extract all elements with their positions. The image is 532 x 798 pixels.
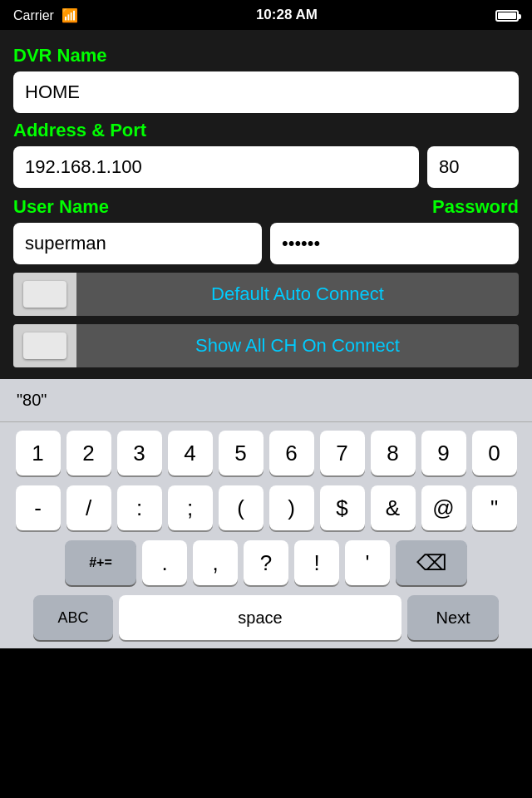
time-label: 10:28 AM — [256, 7, 318, 23]
key-close-paren[interactable]: ) — [269, 485, 314, 530]
show-all-ch-toggle[interactable]: Show All CH On Connect — [13, 324, 519, 367]
key-dollar[interactable]: $ — [320, 485, 365, 530]
username-input[interactable] — [13, 223, 262, 264]
dvr-name-input[interactable] — [13, 71, 519, 113]
autocomplete-bar: "80" — [0, 379, 532, 422]
key-5[interactable]: 5 — [219, 431, 264, 475]
address-input[interactable] — [13, 146, 419, 188]
carrier-label: Carrier 📶 — [13, 7, 78, 23]
status-bar: Carrier 📶 10:28 AM — [0, 0, 532, 30]
password-input[interactable] — [270, 223, 519, 264]
key-slash[interactable]: / — [66, 485, 111, 530]
username-label: User Name — [13, 196, 109, 218]
keyboard: 1 2 3 4 5 6 7 8 9 0 - / : ; ( ) $ & @ " … — [0, 422, 532, 648]
default-auto-connect-label: Default Auto Connect — [76, 283, 519, 305]
key-1[interactable]: 1 — [16, 431, 61, 475]
key-9[interactable]: 9 — [421, 431, 466, 475]
key-6[interactable]: 6 — [269, 431, 314, 475]
key-open-paren[interactable]: ( — [219, 485, 264, 530]
key-at[interactable]: @ — [421, 485, 466, 530]
key-semicolon[interactable]: ; — [168, 485, 213, 530]
key-4[interactable]: 4 — [168, 431, 213, 475]
key-dash[interactable]: - — [16, 485, 61, 530]
key-8[interactable]: 8 — [371, 431, 416, 475]
default-auto-connect-toggle[interactable]: Default Auto Connect — [13, 273, 519, 316]
keyboard-row-punct: #+= . , ? ! ' ⌫ — [3, 540, 529, 585]
space-key[interactable]: space — [119, 595, 401, 640]
toggle-thumb-2 — [13, 324, 76, 367]
key-0[interactable]: 0 — [472, 431, 517, 475]
key-2[interactable]: 2 — [66, 431, 111, 475]
port-input[interactable] — [427, 146, 519, 188]
abc-key[interactable]: ABC — [33, 595, 113, 640]
address-port-label: Address & Port — [13, 120, 519, 141]
password-label: Password — [432, 196, 519, 218]
key-apostrophe[interactable]: ' — [345, 540, 390, 585]
key-period[interactable]: . — [142, 540, 187, 585]
keyboard-row-numbers: 1 2 3 4 5 6 7 8 9 0 — [3, 431, 529, 475]
key-ampersand[interactable]: & — [371, 485, 416, 530]
key-7[interactable]: 7 — [320, 431, 365, 475]
autocomplete-text: "80" — [17, 391, 47, 410]
keyboard-row-bottom: ABC space Next — [3, 595, 529, 640]
key-colon[interactable]: : — [117, 485, 162, 530]
form-area: DVR Name Address & Port User Name Passwo… — [0, 30, 532, 379]
key-3[interactable]: 3 — [117, 431, 162, 475]
key-question[interactable]: ? — [244, 540, 288, 585]
toggle-thumb-1 — [13, 273, 76, 316]
key-comma[interactable]: , — [193, 540, 238, 585]
key-hash-toggle[interactable]: #+= — [65, 540, 136, 585]
battery-icon — [495, 8, 519, 22]
key-quote[interactable]: " — [472, 485, 517, 530]
dvr-name-label: DVR Name — [13, 45, 519, 66]
keyboard-row-symbols: - / : ; ( ) $ & @ " — [3, 485, 529, 530]
key-exclaim[interactable]: ! — [294, 540, 339, 585]
show-all-ch-label: Show All CH On Connect — [76, 335, 519, 357]
next-key[interactable]: Next — [407, 595, 499, 640]
delete-key[interactable]: ⌫ — [396, 540, 467, 585]
